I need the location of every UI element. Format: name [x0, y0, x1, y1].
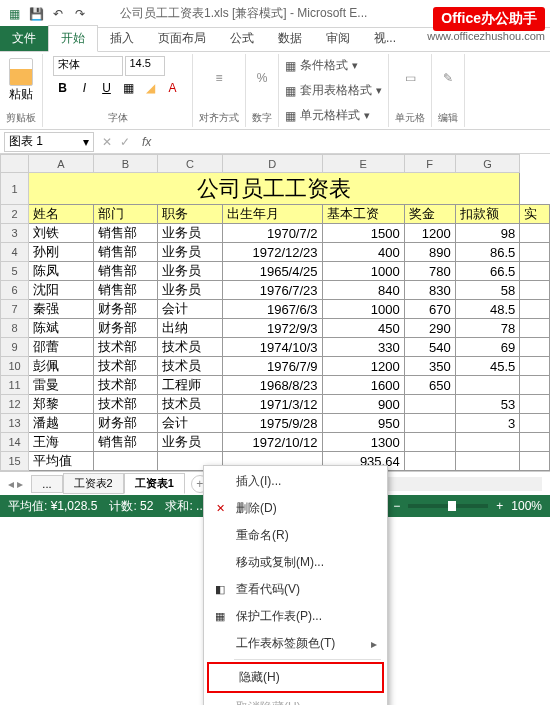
row-header[interactable]: 8: [1, 319, 29, 338]
data-cell[interactable]: 财务部: [93, 319, 158, 338]
data-cell[interactable]: 技术部: [93, 357, 158, 376]
underline-button[interactable]: U: [97, 78, 117, 98]
col-header[interactable]: [1, 155, 29, 173]
data-cell[interactable]: 290: [404, 319, 455, 338]
data-cell[interactable]: 45.5: [455, 357, 520, 376]
data-cell[interactable]: 1972/9/3: [222, 319, 322, 338]
data-cell[interactable]: [520, 395, 550, 414]
row-header[interactable]: 12: [1, 395, 29, 414]
header-cell[interactable]: 基本工资: [322, 205, 404, 224]
data-cell[interactable]: 技术员: [158, 357, 223, 376]
data-cell[interactable]: 出纳: [158, 319, 223, 338]
row-header[interactable]: 1: [1, 173, 29, 205]
font-color-button[interactable]: A: [163, 78, 183, 98]
col-header[interactable]: E: [322, 155, 404, 173]
data-cell[interactable]: 350: [404, 357, 455, 376]
data-cell[interactable]: [520, 433, 550, 452]
cond-format-button[interactable]: ▦条件格式 ▾: [285, 56, 358, 75]
data-cell[interactable]: 销售部: [93, 262, 158, 281]
data-cell[interactable]: 彭佩: [29, 357, 94, 376]
cell-style-button[interactable]: ▦单元格样式 ▾: [285, 106, 370, 125]
tab-insert[interactable]: 插入: [98, 26, 146, 51]
font-size-combo[interactable]: 14.5: [125, 56, 165, 76]
data-cell[interactable]: 1976/7/9: [222, 357, 322, 376]
data-cell[interactable]: [520, 452, 550, 471]
data-cell[interactable]: 雷曼: [29, 376, 94, 395]
data-cell[interactable]: 450: [322, 319, 404, 338]
data-cell[interactable]: [520, 243, 550, 262]
data-cell[interactable]: 890: [404, 243, 455, 262]
row-header[interactable]: 9: [1, 338, 29, 357]
data-cell[interactable]: 69: [455, 338, 520, 357]
data-cell[interactable]: 陈凤: [29, 262, 94, 281]
data-cell[interactable]: 98: [455, 224, 520, 243]
italic-button[interactable]: I: [75, 78, 95, 98]
tab-home[interactable]: 开始: [48, 25, 98, 52]
header-cell[interactable]: 姓名: [29, 205, 94, 224]
ctx-protect[interactable]: ▦保护工作表(P)...: [206, 603, 385, 630]
zoom-slider[interactable]: [408, 504, 488, 508]
data-cell[interactable]: [520, 319, 550, 338]
data-cell[interactable]: 1975/9/28: [222, 414, 322, 433]
data-cell[interactable]: 58: [455, 281, 520, 300]
data-cell[interactable]: [520, 300, 550, 319]
excel-icon[interactable]: ▦: [4, 4, 24, 24]
col-header[interactable]: G: [455, 155, 520, 173]
row-header[interactable]: 2: [1, 205, 29, 224]
data-cell[interactable]: 670: [404, 300, 455, 319]
data-cell[interactable]: [455, 452, 520, 471]
ctx-tabcolor[interactable]: 工作表标签颜色(T)▸: [206, 630, 385, 657]
data-cell[interactable]: 400: [322, 243, 404, 262]
data-cell[interactable]: 3: [455, 414, 520, 433]
sheet-tab-2[interactable]: 工资表2: [63, 473, 124, 494]
data-cell[interactable]: 1970/7/2: [222, 224, 322, 243]
data-cell[interactable]: 平均值: [29, 452, 94, 471]
paste-button[interactable]: 粘贴: [7, 56, 35, 105]
data-cell[interactable]: 技术员: [158, 395, 223, 414]
fill-color-button[interactable]: ◢: [141, 78, 161, 98]
tab-data[interactable]: 数据: [266, 26, 314, 51]
confirm-icon[interactable]: ✓: [116, 135, 134, 149]
data-cell[interactable]: 1000: [322, 262, 404, 281]
sheet-title-cell[interactable]: 公司员工工资表: [29, 173, 520, 205]
data-cell[interactable]: [455, 376, 520, 395]
tab-formula[interactable]: 公式: [218, 26, 266, 51]
row-header[interactable]: 13: [1, 414, 29, 433]
col-header[interactable]: B: [93, 155, 158, 173]
cancel-icon[interactable]: ✕: [98, 135, 116, 149]
sheet-nav[interactable]: ◂ ▸: [8, 477, 23, 491]
data-cell[interactable]: 78: [455, 319, 520, 338]
col-header[interactable]: D: [222, 155, 322, 173]
data-cell[interactable]: [520, 224, 550, 243]
data-cell[interactable]: 孙刚: [29, 243, 94, 262]
header-cell[interactable]: 实: [520, 205, 550, 224]
font-name-combo[interactable]: 宋体: [53, 56, 123, 76]
data-cell[interactable]: 840: [322, 281, 404, 300]
data-cell[interactable]: 1967/6/3: [222, 300, 322, 319]
col-header[interactable]: F: [404, 155, 455, 173]
data-cell[interactable]: 销售部: [93, 243, 158, 262]
col-header[interactable]: C: [158, 155, 223, 173]
data-cell[interactable]: 780: [404, 262, 455, 281]
sheet-tab-1[interactable]: 工资表1: [124, 473, 185, 494]
bold-button[interactable]: B: [53, 78, 73, 98]
data-cell[interactable]: 1965/4/25: [222, 262, 322, 281]
data-cell[interactable]: 销售部: [93, 224, 158, 243]
row-header[interactable]: 11: [1, 376, 29, 395]
data-cell[interactable]: 1600: [322, 376, 404, 395]
ctx-insert[interactable]: 插入(I)...: [206, 468, 385, 495]
data-cell[interactable]: 1968/8/23: [222, 376, 322, 395]
header-cell[interactable]: 出生年月: [222, 205, 322, 224]
ctx-code[interactable]: ◧查看代码(V): [206, 576, 385, 603]
row-header[interactable]: 4: [1, 243, 29, 262]
data-cell[interactable]: [520, 262, 550, 281]
data-cell[interactable]: 1000: [322, 300, 404, 319]
data-cell[interactable]: 邵蕾: [29, 338, 94, 357]
data-cell[interactable]: 业务员: [158, 281, 223, 300]
data-cell[interactable]: 财务部: [93, 414, 158, 433]
row-header[interactable]: 5: [1, 262, 29, 281]
data-cell[interactable]: 1200: [404, 224, 455, 243]
zoom-in-button[interactable]: +: [496, 499, 503, 513]
data-cell[interactable]: 技术部: [93, 338, 158, 357]
data-cell[interactable]: 830: [404, 281, 455, 300]
